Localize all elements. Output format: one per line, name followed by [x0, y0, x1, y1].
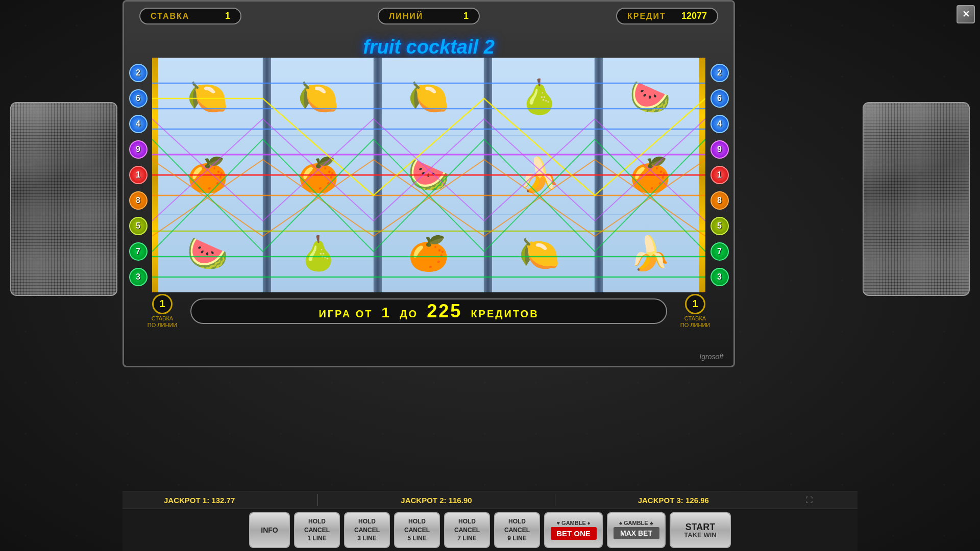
take-win-label: TAKE WIN [684, 532, 716, 538]
cell-r1-c5: 🍉 [595, 58, 705, 136]
max-bet-label: MAX BET [614, 527, 659, 539]
close-button[interactable]: ✕ [957, 5, 975, 23]
info-button[interactable]: INFO [249, 512, 290, 548]
line-num-8-right[interactable]: 8 [710, 191, 729, 210]
igrosoft-logo: Igrosoft [699, 353, 723, 361]
hold-cancel-1-button[interactable]: HOLDCANCEL1 LINE [294, 512, 340, 548]
cell-r3-c5: 🍌 [595, 214, 705, 292]
line-num-1-left[interactable]: 1 [129, 166, 148, 184]
jackpot-bar: JACKPOT 1: 132.77 JACKPOT 2: 116.90 JACK… [122, 491, 857, 509]
gamble-top-label-1: ♥ GAMBLE ♦ [557, 520, 591, 526]
cell-r2-c2: 🍊 [263, 136, 374, 214]
cell-r3-c4: 🍋 [484, 214, 595, 292]
kredit-value: 12077 [681, 11, 707, 21]
line-num-4-right[interactable]: 4 [710, 115, 729, 133]
hold-cancel-3-button[interactable]: HOLDCANCEL3 LINE [344, 512, 390, 548]
cell-r2-c4: 🍌 [484, 136, 595, 214]
jackpot-2: JACKPOT 2: 116.90 [401, 496, 472, 505]
stavka-label: СТАВКА [151, 12, 189, 21]
cell-r3-c3: 🍊 [374, 214, 484, 292]
cell-r2-c3: 🍉 [374, 136, 484, 214]
bet-label-left: СТАВКАПО ЛИНИИ [148, 315, 177, 329]
line-num-3-right[interactable]: 3 [710, 268, 729, 286]
jackpot-1: JACKPOT 1: 132.77 [164, 496, 235, 505]
game-cabinet: СТАВКА 1 ЛИНИЙ 1 КРЕДИТ 12077 fruit cock… [122, 0, 735, 367]
jackpot-sep-1 [317, 494, 318, 506]
reels-grid: 🍋 🍋 🍋 🍐 🍉 🍊 🍊 🍉 🍌 🍊 🍉 🍐 🍊 🍋 🍌 [152, 58, 705, 292]
stavka-value: 1 [225, 11, 230, 21]
line-numbers-left: 2 6 4 9 1 8 5 7 3 [124, 58, 152, 292]
bet-label-right: СТАВКАПО ЛИНИИ [680, 315, 710, 329]
kredit-label: КРЕДИТ [627, 12, 666, 21]
start-take-win-button[interactable]: START TAKE WIN [670, 512, 731, 548]
line-num-6-right[interactable]: 6 [710, 89, 729, 108]
cell-r1-c4: 🍐 [484, 58, 595, 136]
line-num-3-left[interactable]: 3 [129, 268, 148, 286]
jackpot-3: JACKPOT 3: 126.96 [638, 496, 709, 505]
line-num-6-left[interactable]: 6 [129, 89, 148, 108]
liniy-label: ЛИНИЙ [389, 12, 423, 21]
line-num-5-left[interactable]: 5 [129, 217, 148, 235]
jackpot-sep-2 [555, 494, 555, 506]
gamble-max-bet-button[interactable]: ♠ GAMBLE ♣ MAX BET [607, 512, 666, 548]
line-num-5-right[interactable]: 5 [710, 217, 729, 235]
bet-circle-right: 1 [685, 294, 705, 314]
cell-r1-c1: 🍋 [152, 58, 263, 136]
status-bar: 1 СТАВКАПО ЛИНИИ ИГРА ОТ 1 ДО 225 КРЕДИТ… [139, 293, 718, 329]
cell-r1-c3: 🍋 [374, 58, 484, 136]
liniy-value: 1 [463, 11, 469, 21]
buttons-row: INFO HOLDCANCEL1 LINE HOLDCANCEL3 LINE H… [122, 509, 857, 551]
line-num-4-left[interactable]: 4 [129, 115, 148, 133]
gold-border-right [699, 58, 705, 292]
gold-border-left [152, 58, 158, 292]
kredit-box: КРЕДИТ 12077 [616, 8, 718, 24]
cell-r3-c1: 🍉 [152, 214, 263, 292]
cell-r1-c2: 🍋 [263, 58, 374, 136]
bet-circle-left: 1 [152, 294, 173, 314]
cell-r3-c2: 🍐 [263, 214, 374, 292]
cell-r2-c1: 🍊 [152, 136, 263, 214]
start-label: START [685, 522, 716, 532]
line-numbers-right: 2 6 4 9 1 8 5 7 3 [705, 58, 733, 292]
line-num-2-right[interactable]: 2 [710, 64, 729, 82]
status-message: ИГРА ОТ 1 ДО 225 КРЕДИТОВ [318, 300, 538, 322]
line-num-9-right[interactable]: 9 [710, 140, 729, 159]
speaker-right [863, 102, 970, 296]
stavka-box: СТАВКА 1 [139, 8, 241, 24]
bet-one-label: BET ONE [551, 527, 597, 540]
line-num-8-left[interactable]: 8 [129, 191, 148, 210]
hold-cancel-7-button[interactable]: HOLDCANCEL7 LINE [444, 512, 490, 548]
slot-area: 🍋 🍋 🍋 🍐 🍉 🍊 🍊 🍉 🍌 🍊 🍉 🍐 🍊 🍋 🍌 [152, 58, 705, 292]
fullscreen-icon[interactable]: ⛶ [802, 493, 816, 507]
line-num-9-left[interactable]: 9 [129, 140, 148, 159]
line-num-7-left[interactable]: 7 [129, 242, 148, 261]
cell-r2-c5: 🍊 [595, 136, 705, 214]
line-num-1-right[interactable]: 1 [710, 166, 729, 184]
info-bar: СТАВКА 1 ЛИНИЙ 1 КРЕДИТ 12077 [139, 8, 718, 24]
bet-line-left: 1 СТАВКАПО ЛИНИИ [139, 294, 185, 329]
line-num-2-left[interactable]: 2 [129, 64, 148, 82]
bet-line-right: 1 СТАВКАПО ЛИНИИ [672, 294, 718, 329]
gamble-top-label-2: ♠ GAMBLE ♣ [619, 520, 653, 526]
liniy-box: ЛИНИЙ 1 [378, 8, 480, 24]
gamble-bet-one-button[interactable]: ♥ GAMBLE ♦ BET ONE [544, 512, 603, 548]
hold-cancel-5-button[interactable]: HOLDCANCEL5 LINE [394, 512, 440, 548]
line-num-7-right[interactable]: 7 [710, 242, 729, 261]
hold-cancel-9-button[interactable]: HOLDCANCEL9 LINE [494, 512, 540, 548]
game-title: fruit cocktail 2 [124, 36, 733, 58]
speaker-left [10, 102, 117, 296]
main-status-box: ИГРА ОТ 1 ДО 225 КРЕДИТОВ [190, 298, 667, 324]
